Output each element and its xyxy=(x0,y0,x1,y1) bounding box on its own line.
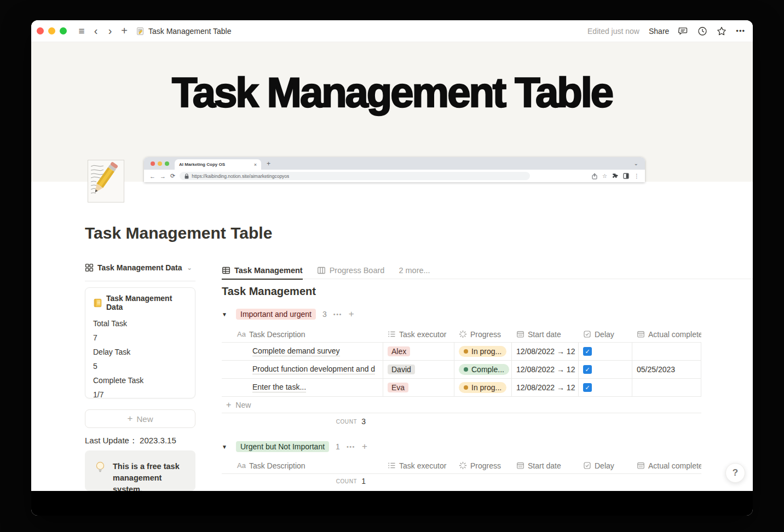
gallery-new-label: New xyxy=(136,414,153,424)
calendar-icon xyxy=(516,461,524,470)
favorite-star-icon[interactable] xyxy=(717,26,727,36)
column-header-task-description[interactable]: AaTask Description xyxy=(222,330,383,339)
linked-database-select[interactable]: Task Management Data ⌄ xyxy=(85,263,192,272)
column-header-progress[interactable]: Progress xyxy=(454,330,512,339)
browser-tab-title: AI Marketing Copy OS xyxy=(179,162,251,167)
history-clock-icon[interactable] xyxy=(697,26,707,36)
delay-checkbox-checked[interactable]: ✓ xyxy=(583,347,592,356)
last-update-line: Last Update： 2023.3.15 xyxy=(85,436,176,446)
summary-card-title: Task Management Data xyxy=(106,294,187,311)
extensions-puzzle-icon xyxy=(612,173,618,179)
bookmark-star-icon: ☆ xyxy=(602,173,607,179)
text-property-icon: Aa xyxy=(237,330,246,338)
column-header-start-date[interactable]: Start date xyxy=(512,330,579,339)
task-description-cell[interactable]: Enter the task... xyxy=(222,379,383,396)
task-executor-cell[interactable]: David xyxy=(383,361,454,378)
stat-label: Delay Task xyxy=(93,345,187,359)
delay-cell[interactable]: ✓ xyxy=(579,379,632,396)
breadcrumb[interactable]: Task Management Table xyxy=(136,27,232,36)
group1-count-row[interactable]: COUNT 3 xyxy=(222,413,383,430)
count-value: 1 xyxy=(361,477,366,485)
actual-complete-cell[interactable] xyxy=(632,343,701,360)
tab-task-management[interactable]: Task Management xyxy=(222,262,303,279)
table-row: Complete demand survey Alex In prog... 1… xyxy=(222,343,701,361)
actual-complete-cell[interactable] xyxy=(632,379,701,396)
group-add-icon[interactable]: + xyxy=(362,441,367,452)
task-executor-cell[interactable]: Eva xyxy=(383,379,454,396)
progress-cell[interactable]: Comple... xyxy=(454,361,512,378)
sidebar-toggle-icon[interactable]: ≡ xyxy=(74,24,89,38)
nav-back-button[interactable]: ‹ xyxy=(89,24,103,38)
progress-cell[interactable]: In prog... xyxy=(454,343,512,360)
new-row-button[interactable]: + New xyxy=(222,397,701,413)
new-page-button[interactable]: + xyxy=(117,24,131,38)
page-icon-pencil-image[interactable] xyxy=(88,160,124,203)
nav-forward-button[interactable]: › xyxy=(103,24,117,38)
status-dot xyxy=(464,349,468,354)
collapse-triangle-icon[interactable]: ▼ xyxy=(222,311,229,317)
edited-status: Edited just now xyxy=(587,27,639,36)
list-property-icon xyxy=(388,461,396,470)
lock-icon xyxy=(185,174,189,179)
window-toolbar: ≡ ‹ › + Task Management Table Edited jus… xyxy=(31,20,753,42)
group-add-icon[interactable]: + xyxy=(349,309,354,320)
page-title: Task Management Table xyxy=(85,224,272,242)
status-dot xyxy=(464,385,468,390)
column-header-actual-complete[interactable]: Actual complete xyxy=(632,461,701,470)
stat-value: 1/7 xyxy=(93,388,187,402)
task-description-cell[interactable]: Complete demand survey xyxy=(222,343,383,360)
group-badge[interactable]: Urgent but Not Important xyxy=(236,441,329,452)
traffic-lights xyxy=(37,27,67,34)
help-button[interactable]: ? xyxy=(725,463,745,483)
executor-tag: David xyxy=(388,365,415,374)
tab-more-views[interactable]: 2 more... xyxy=(399,262,430,279)
task-description-cell[interactable]: Product function development and d xyxy=(222,361,383,378)
share-button[interactable]: Share xyxy=(649,27,669,36)
page-content: Task Management Table xyxy=(31,42,753,491)
group-count: 1 xyxy=(336,442,340,451)
delay-cell[interactable]: ✓ xyxy=(579,343,632,360)
database-table-group1: AaTask Description Task executor Progres… xyxy=(222,326,701,430)
start-date-cell[interactable]: 12/08/2022 → 12 xyxy=(512,379,579,396)
delay-checkbox-checked[interactable]: ✓ xyxy=(583,383,592,392)
summary-card[interactable]: Task Management Data Total Task 7 Delay … xyxy=(85,287,195,398)
stat-label: Total Task xyxy=(93,316,187,331)
task-executor-cell[interactable]: Alex xyxy=(383,343,454,360)
progress-cell[interactable]: In prog... xyxy=(454,379,512,396)
group-count: 3 xyxy=(322,310,327,319)
delay-checkbox-checked[interactable]: ✓ xyxy=(583,365,592,374)
group2-count-row[interactable]: COUNT 1 xyxy=(222,474,383,488)
memo-page-icon xyxy=(136,27,145,36)
callout: This is a free task management system. xyxy=(85,450,195,491)
breadcrumb-title: Task Management Table xyxy=(148,27,232,36)
actual-complete-cell[interactable]: 05/25/2023 xyxy=(632,361,701,378)
column-header-actual-complete[interactable]: Actual complete xyxy=(632,330,701,339)
zoom-window-button[interactable] xyxy=(60,27,67,34)
column-header-progress[interactable]: Progress xyxy=(454,461,512,470)
column-header-task-executor[interactable]: Task executor xyxy=(383,330,454,339)
column-header-delay[interactable]: Delay xyxy=(579,330,632,339)
gallery-new-button[interactable]: + New xyxy=(85,409,195,428)
minimize-window-button[interactable] xyxy=(48,27,55,34)
tab-progress-board[interactable]: Progress Board xyxy=(317,262,385,279)
last-update-label: Last Update： xyxy=(85,436,137,445)
column-header-task-description[interactable]: AaTask Description xyxy=(222,461,383,470)
group-badge[interactable]: Important and urgent xyxy=(236,309,316,320)
delay-cell[interactable]: ✓ xyxy=(579,361,632,378)
comments-icon[interactable] xyxy=(678,26,688,36)
start-date-cell[interactable]: 12/08/2022 → 12 xyxy=(512,343,579,360)
start-date-cell[interactable]: 12/08/2022 → 12 xyxy=(512,361,579,378)
group-header-important-urgent: ▼ Important and urgent 3 ••• + xyxy=(222,309,354,320)
more-options-icon[interactable]: ••• xyxy=(736,27,745,35)
column-header-task-executor[interactable]: Task executor xyxy=(383,461,454,470)
column-header-start-date[interactable]: Start date xyxy=(512,461,579,470)
collapse-triangle-icon[interactable]: ▼ xyxy=(222,444,229,450)
new-tab-icon: + xyxy=(267,160,270,167)
browser-url-bar: ← → ⟳ https://kaibinding.notion.site/aim… xyxy=(144,170,645,182)
group-more-icon[interactable]: ••• xyxy=(347,443,355,450)
column-header-delay[interactable]: Delay xyxy=(579,461,632,470)
chevron-down-icon: ⌄ xyxy=(187,264,192,271)
group-more-icon[interactable]: ••• xyxy=(333,311,342,317)
status-pill: Comple... xyxy=(459,364,509,375)
close-window-button[interactable] xyxy=(37,27,44,34)
